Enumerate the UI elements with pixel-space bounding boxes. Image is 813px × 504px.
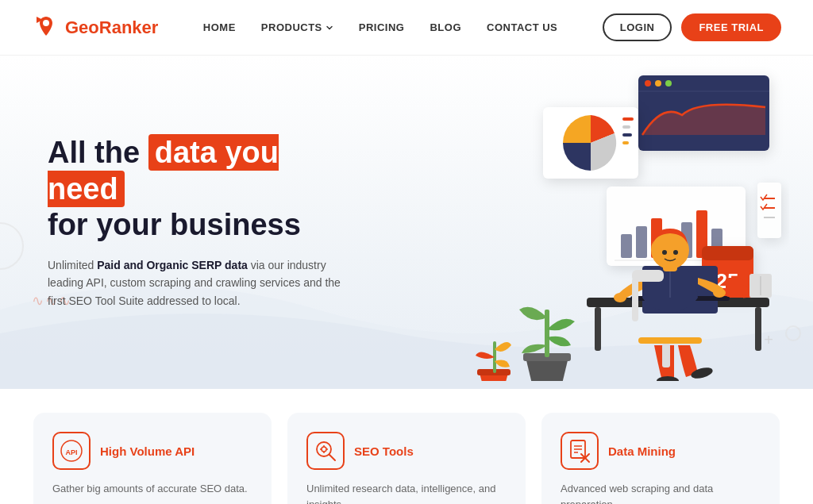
- api-icon-wrap: API: [52, 432, 91, 470]
- svg-rect-14: [636, 226, 647, 258]
- hero-content: All the data you need for your business …: [0, 103, 405, 341]
- hero-description: Unlimited Paid and Organic SERP data via…: [48, 256, 357, 310]
- feature-title-api: High Volume API: [100, 444, 195, 458]
- svg-point-46: [673, 250, 678, 255]
- svg-line-56: [329, 455, 336, 461]
- svg-point-41: [614, 293, 626, 302]
- nav-home[interactable]: HOME: [203, 21, 236, 33]
- feature-header-api: API High Volume API: [52, 432, 252, 470]
- svg-rect-48: [632, 270, 664, 282]
- nav-contact[interactable]: CONTACT US: [487, 21, 557, 33]
- free-trial-button[interactable]: FREE TRIAL: [681, 13, 781, 41]
- feature-header-mining: Data Mining: [561, 432, 761, 470]
- feature-card-seo: SEO Tools Unlimited research data, intel…: [287, 413, 526, 504]
- svg-rect-24: [757, 183, 781, 238]
- data-mining-icon: [567, 438, 592, 464]
- svg-rect-22: [702, 246, 753, 260]
- svg-rect-30: [755, 307, 761, 351]
- logo-ranker: Ranker: [99, 17, 159, 37]
- api-icon: API: [59, 438, 84, 464]
- logo-text: GeoRanker: [65, 17, 158, 38]
- svg-rect-11: [622, 141, 629, 144]
- svg-rect-8: [622, 117, 634, 121]
- feature-desc-seo: Unlimited research data, intelligence, a…: [306, 481, 507, 504]
- svg-rect-29: [595, 307, 601, 351]
- feature-title-mining: Data Mining: [608, 444, 676, 458]
- svg-point-3: [645, 80, 651, 87]
- main-nav: HOME PRODUCTS PRICING BLOG CONTACT US: [203, 21, 557, 33]
- svg-rect-47: [632, 278, 638, 321]
- svg-point-42: [713, 288, 726, 298]
- nav-pricing[interactable]: PRICING: [359, 21, 405, 33]
- logo-geo: Geo: [65, 17, 99, 37]
- nav-blog[interactable]: BLOG: [430, 21, 461, 33]
- feature-desc-mining: Advanced web scraping and data preparati…: [561, 481, 761, 504]
- svg-point-1: [43, 20, 49, 26]
- feature-desc-api: Gather big amounts of accurate SEO data.: [52, 481, 252, 497]
- header-buttons: LOGIN FREE TRIAL: [603, 13, 781, 41]
- svg-point-45: [662, 250, 667, 255]
- feature-header-seo: SEO Tools: [306, 432, 507, 470]
- mining-icon-wrap: [561, 432, 599, 470]
- logo[interactable]: GeoRanker: [32, 13, 158, 42]
- logo-icon: [32, 13, 60, 42]
- feature-title-seo: SEO Tools: [354, 444, 414, 458]
- svg-rect-33: [726, 278, 743, 297]
- feature-card-mining: Data Mining Advanced web scraping and da…: [541, 413, 780, 504]
- svg-point-4: [655, 80, 661, 87]
- nav-products[interactable]: PRODUCTS: [261, 21, 333, 33]
- products-chevron-icon: [326, 24, 333, 32]
- svg-rect-38: [638, 337, 702, 344]
- svg-rect-39: [662, 344, 670, 367]
- hero-svg: 25: [408, 63, 789, 381]
- svg-rect-9: [622, 125, 630, 129]
- svg-rect-13: [621, 234, 632, 258]
- svg-point-57: [322, 447, 326, 452]
- seo-tools-icon: [313, 438, 338, 464]
- hero-illustration: 25: [408, 63, 789, 381]
- hero-title: All the data you need for your business: [48, 135, 357, 244]
- svg-rect-10: [622, 133, 632, 137]
- svg-text:API: API: [65, 448, 77, 456]
- svg-point-36: [657, 376, 679, 381]
- svg-point-5: [665, 80, 672, 87]
- seo-icon-wrap: [306, 432, 345, 470]
- site-header: GeoRanker HOME PRODUCTS PRICING BLOG CON…: [0, 0, 813, 56]
- features-section: API High Volume API Gather big amounts o…: [0, 389, 813, 504]
- hero-section: ∿∿∿ All the data you need for your busin…: [0, 56, 813, 389]
- feature-card-api: API High Volume API Gather big amounts o…: [33, 413, 272, 504]
- login-button[interactable]: LOGIN: [603, 13, 672, 41]
